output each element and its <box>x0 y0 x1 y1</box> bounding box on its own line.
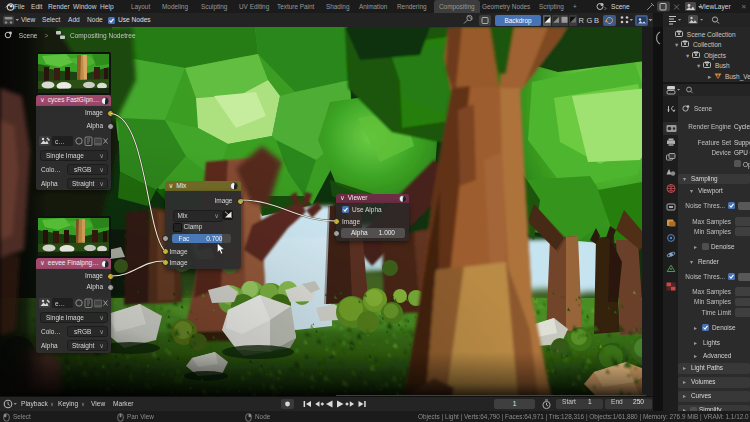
svg-text:G: G <box>587 16 593 25</box>
svg-text:R: R <box>579 16 585 25</box>
svg-text:B: B <box>594 16 599 25</box>
